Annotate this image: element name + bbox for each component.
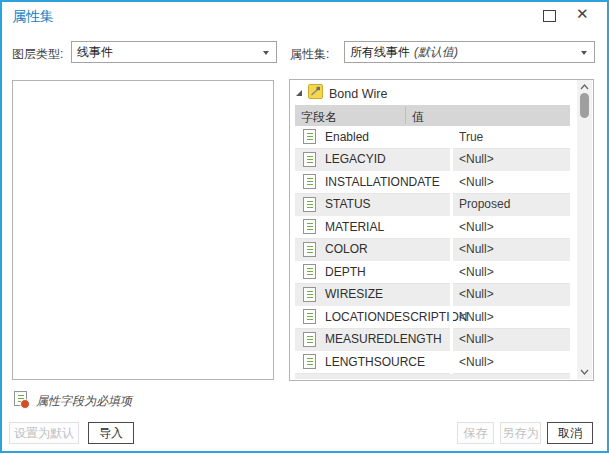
save-button[interactable]: 保存: [457, 422, 494, 444]
save-as-button[interactable]: 另存为: [500, 422, 541, 444]
attribute-set-label: 属性集:: [290, 46, 329, 63]
grid-header: 字段名 值: [295, 105, 570, 126]
field-form-icon: [303, 354, 316, 369]
layer-type-value: 线事件: [77, 45, 113, 59]
attribute-grid-panel: Bond Wire 字段名 值 EnabledTrue LEGACYID<Nul…: [289, 79, 594, 381]
page-title: 属性集: [12, 8, 54, 26]
chevron-down-icon: [581, 51, 587, 55]
field-form-icon: [303, 309, 316, 324]
field-form-icon: [303, 219, 316, 234]
chevron-down-icon: [263, 51, 269, 55]
vertical-scrollbar[interactable]: [577, 80, 592, 379]
field-form-icon: [303, 129, 316, 144]
field-form-icon: [303, 264, 316, 279]
table-row[interactable]: WIRESIZE<Null>: [295, 284, 570, 307]
line-template-icon: [308, 84, 323, 99]
attribute-sets-dialog: 属性集 ✕ 图层类型: 线事件 属性集: 所有线事件(默认值) Bond Wir…: [0, 0, 609, 453]
scroll-up-icon[interactable]: [580, 84, 589, 90]
required-fields-note: 属性字段为必填项: [36, 393, 132, 410]
field-form-icon: [303, 287, 316, 302]
table-row[interactable]: DEPTH<Null>: [295, 261, 570, 284]
table-row[interactable]: COLOR<Null>: [295, 239, 570, 262]
table-row[interactable]: STATUSProposed: [295, 194, 570, 217]
field-form-icon: [303, 332, 316, 347]
field-form-icon: [303, 197, 316, 212]
table-row[interactable]: LOCATIONDESCRIPTION<Null>: [295, 306, 570, 329]
layer-type-label: 图层类型:: [12, 46, 63, 63]
field-form-icon: [303, 174, 316, 189]
cancel-button[interactable]: 取消: [547, 422, 593, 444]
tree-expander-icon[interactable]: [295, 89, 303, 97]
scroll-down-icon[interactable]: [580, 369, 589, 375]
close-icon[interactable]: ✕: [576, 5, 589, 23]
layer-type-dropdown[interactable]: 线事件: [71, 41, 277, 63]
field-form-icon: [303, 152, 316, 167]
table-row[interactable]: LEGACYID<Null>: [295, 149, 570, 172]
grid-rows: EnabledTrue LEGACYID<Null> INSTALLATIOND…: [295, 126, 570, 374]
scrollbar-thumb[interactable]: [580, 93, 589, 118]
partially-visible-row: [295, 374, 570, 379]
table-row[interactable]: LENGTHSOURCE<Null>: [295, 351, 570, 374]
table-row[interactable]: EnabledTrue: [295, 126, 570, 149]
group-title[interactable]: Bond Wire: [329, 87, 387, 101]
empty-left-panel: [12, 80, 274, 380]
maximize-icon[interactable]: [543, 10, 556, 22]
table-row[interactable]: MATERIAL<Null>: [295, 216, 570, 239]
column-divider[interactable]: [405, 107, 406, 124]
table-row[interactable]: MEASUREDLENGTH<Null>: [295, 329, 570, 352]
set-default-button[interactable]: 设置为默认: [9, 422, 79, 444]
field-form-icon: [303, 242, 316, 257]
attribute-set-default-suffix: (默认值): [414, 45, 458, 59]
import-button[interactable]: 导入: [88, 422, 134, 444]
attribute-set-value: 所有线事件: [350, 45, 410, 59]
attribute-set-dropdown[interactable]: 所有线事件(默认值): [344, 41, 595, 63]
field-required-icon: [14, 391, 27, 406]
column-header-value[interactable]: 值: [412, 109, 424, 126]
table-row[interactable]: INSTALLATIONDATE<Null>: [295, 171, 570, 194]
column-header-field[interactable]: 字段名: [301, 109, 337, 126]
